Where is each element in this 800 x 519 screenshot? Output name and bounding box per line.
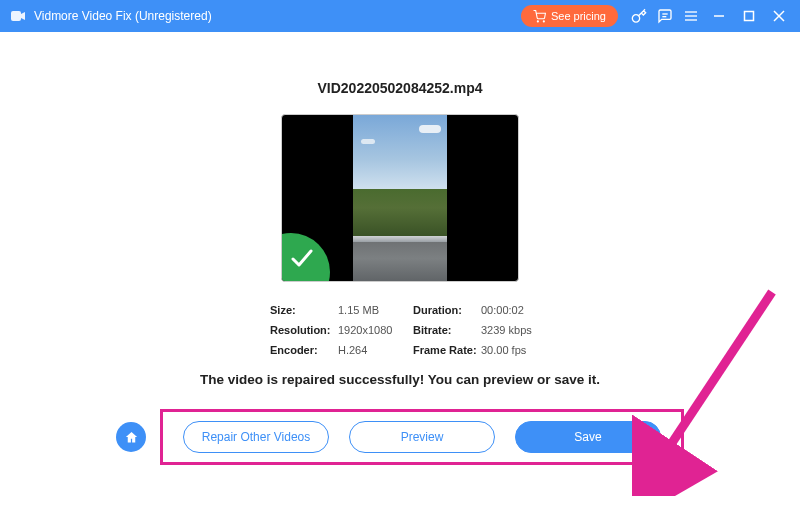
actions-row: Repair Other Videos Preview Save <box>0 409 800 465</box>
size-value: 1.15 MB <box>338 304 413 316</box>
svg-point-2 <box>543 20 544 21</box>
pricing-label: See pricing <box>551 10 606 22</box>
actions-highlight: Repair Other Videos Preview Save <box>160 409 684 465</box>
framerate-value: 30.00 fps <box>481 344 536 356</box>
see-pricing-button[interactable]: See pricing <box>521 5 618 27</box>
duration-label: Duration: <box>413 304 481 316</box>
size-label: Size: <box>270 304 338 316</box>
app-logo-icon <box>10 8 26 24</box>
encoder-value: H.264 <box>338 344 413 356</box>
svg-point-1 <box>537 20 538 21</box>
resolution-label: Resolution: <box>270 324 338 336</box>
metadata-grid: Size: 1.15 MB Duration: 00:00:02 Resolut… <box>270 304 530 356</box>
repair-other-label: Repair Other Videos <box>202 430 311 444</box>
video-preview[interactable] <box>281 114 519 282</box>
framerate-label: Frame Rate: <box>413 344 481 356</box>
preview-label: Preview <box>401 430 444 444</box>
preview-button[interactable]: Preview <box>349 421 495 453</box>
resolution-value: 1920x1080 <box>338 324 413 336</box>
save-label: Save <box>574 430 601 444</box>
menu-icon[interactable] <box>678 0 704 32</box>
cart-icon <box>533 10 546 23</box>
video-thumbnail <box>353 115 447 282</box>
titlebar: Vidmore Video Fix (Unregistered) See pri… <box>0 0 800 32</box>
checkmark-icon <box>290 247 314 271</box>
home-icon <box>124 430 139 445</box>
key-icon[interactable] <box>626 0 652 32</box>
minimize-button[interactable] <box>704 0 734 32</box>
bitrate-value: 3239 kbps <box>481 324 536 336</box>
file-name: VID20220502084252.mp4 <box>0 80 800 96</box>
close-button[interactable] <box>764 0 794 32</box>
repair-other-button[interactable]: Repair Other Videos <box>183 421 329 453</box>
maximize-button[interactable] <box>734 0 764 32</box>
app-title: Vidmore Video Fix (Unregistered) <box>34 9 212 23</box>
feedback-icon[interactable] <box>652 0 678 32</box>
bitrate-label: Bitrate: <box>413 324 481 336</box>
duration-value: 00:00:02 <box>481 304 536 316</box>
status-message: The video is repaired successfully! You … <box>0 372 800 387</box>
svg-rect-0 <box>11 11 21 21</box>
save-button[interactable]: Save <box>515 421 661 453</box>
main-content: VID20220502084252.mp4 Size: 1.15 MB Dura… <box>0 32 800 519</box>
success-badge <box>281 233 330 282</box>
svg-rect-9 <box>745 12 754 21</box>
home-button[interactable] <box>116 422 146 452</box>
encoder-label: Encoder: <box>270 344 338 356</box>
